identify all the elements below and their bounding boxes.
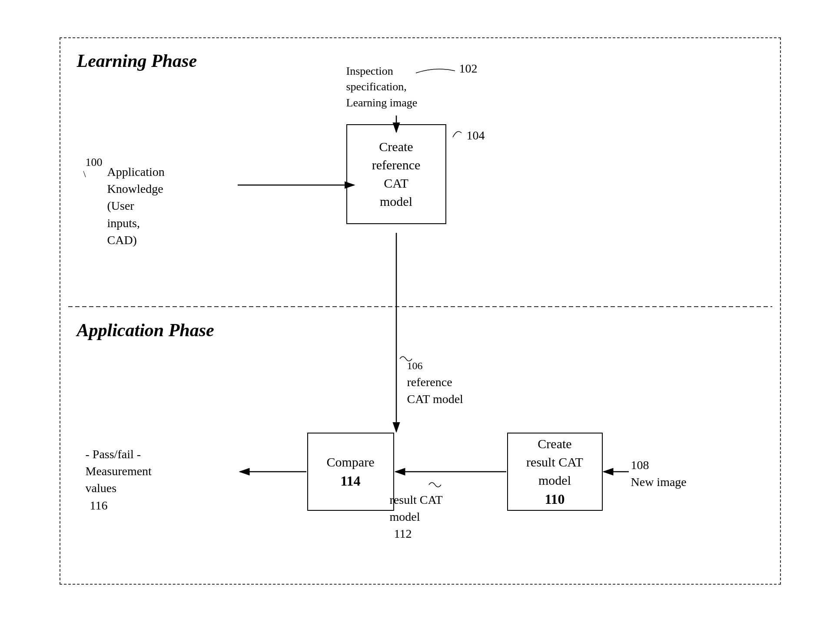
ref-106-label: 106 referenceCAT model — [407, 357, 463, 408]
create-result-cat-label: Createresult CATmodel — [526, 435, 583, 490]
create-result-cat-box: Createresult CATmodel 110 — [507, 433, 603, 511]
inspection-spec-text: Inspectionspecification,Learning image — [346, 65, 418, 109]
create-result-ref-number: 110 — [526, 490, 583, 509]
ref-104-curve-icon — [451, 126, 464, 139]
compare-ref-number: 114 — [327, 471, 375, 491]
pass-fail-annotation: - Pass/fail -Measurementvalues 116 — [86, 446, 152, 514]
app-knowledge-annotation: 100 \ — [86, 155, 103, 170]
ref-106-number: 106 — [407, 360, 423, 371]
compare-label: Compare — [327, 453, 375, 471]
compare-box: Compare 114 — [307, 433, 394, 511]
ref-102-curve — [412, 64, 464, 77]
ref-104: 104 — [451, 126, 485, 144]
create-ref-cat-label: CreatereferenceCATmodel — [372, 138, 421, 211]
inspection-spec-annotation: Inspectionspecification,Learning image — [346, 63, 418, 111]
ref-108: 108 — [631, 458, 649, 472]
learning-phase-label: Learning Phase — [77, 50, 197, 71]
create-ref-cat-box: CreatereferenceCATmodel — [346, 124, 446, 224]
diagram-wrapper: Learning Phase Application Phase Creater… — [51, 29, 790, 593]
new-image-annotation: 108New image — [631, 457, 687, 490]
application-phase-label: Application Phase — [77, 320, 214, 341]
app-knowledge-text: ApplicationKnowledge(Userinputs,CAD) — [107, 163, 165, 248]
result-cat-model-label: result CATmodel 112 — [390, 491, 443, 543]
ref-116: 116 — [90, 499, 108, 512]
backslash: \ — [83, 168, 86, 181]
app-knowledge-ref: 100 — [86, 156, 103, 169]
ref-112: 112 — [394, 527, 412, 540]
